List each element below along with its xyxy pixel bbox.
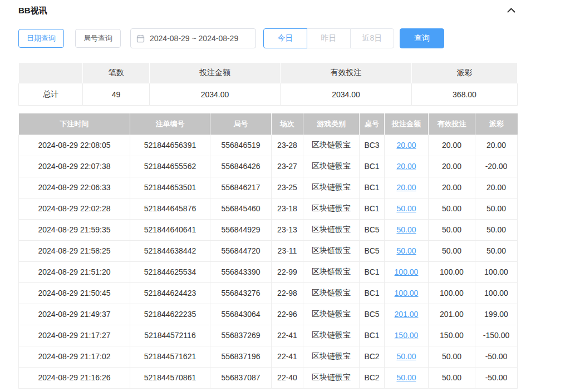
date-range-value: 2024-08-29 ~ 2024-08-29 [150,34,238,43]
bet-amount-link[interactable]: 50.00 [396,352,416,361]
cell-valid-bet: 50.00 [429,346,475,367]
cell-payout: 50.00 [475,198,518,219]
table-row: 2024-08-29 21:17:27521844572116556837269… [19,325,518,346]
bet-amount-link[interactable]: 20.00 [396,141,416,150]
bet-amount-link[interactable]: 20.00 [396,162,416,171]
cell-order-no: 521844656391 [130,135,210,156]
column-header-valid-bet: 有效投注 [429,113,475,135]
bet-amount-link[interactable]: 50.00 [396,204,416,213]
column-header-round-no: 局号 [210,113,272,135]
cell-valid-bet: 50.00 [429,198,475,219]
table-row: 2024-08-29 22:02:28521844645876556845460… [19,198,518,219]
cell-session: 23-27 [272,156,303,177]
column-header-bet-amount: 投注金额 [385,113,429,135]
cell-game-type: 区块链骰宝 [303,367,360,388]
bet-amount-link[interactable]: 20.00 [396,183,416,192]
bet-amount-link[interactable]: 50.00 [396,225,416,234]
cell-round-no: 556844720 [210,240,272,261]
cell-order-no: 521844645876 [130,198,210,219]
cell-valid-bet: 50.00 [429,367,475,388]
cell-bet-amount: 50.00 [385,198,429,219]
cell-game-type: 区块链骰宝 [303,219,360,240]
cell-table-no: BC1 [360,198,385,219]
bet-amount-link[interactable]: 150.00 [395,331,419,340]
search-button[interactable]: 查询 [400,28,444,48]
summary-column-header-blank [19,63,83,83]
cell-table-no: BC2 [360,346,385,367]
cell-valid-bet: 100.00 [429,282,475,304]
cell-game-type: 区块链骰宝 [303,240,360,261]
table-row: 2024-08-29 22:06:33521844653501556846217… [19,177,518,198]
cell-valid-bet: 20.00 [429,156,475,177]
cell-time: 2024-08-29 21:17:27 [19,325,130,346]
summary-count-value: 49 [83,83,150,106]
cell-round-no: 556846519 [210,135,272,156]
cell-game-type: 区块链骰宝 [303,282,360,304]
cell-time: 2024-08-29 21:16:26 [19,367,130,388]
summary-bet-amount-value: 2034.00 [150,83,281,106]
cell-game-type: 区块链骰宝 [303,261,360,282]
round-query-tab[interactable]: 局号查询 [75,29,121,48]
cell-round-no: 556837196 [210,346,272,367]
cell-order-no: 521844640641 [130,219,210,240]
cell-session: 23-13 [272,219,303,240]
summary-row-label: 总计 [19,83,83,106]
table-row: 2024-08-29 22:08:05521844656391556846519… [19,135,518,156]
bet-amount-link[interactable]: 201.00 [395,310,419,319]
bet-amount-link[interactable]: 50.00 [396,246,416,255]
cell-bet-amount: 100.00 [385,261,429,282]
cell-valid-bet: 50.00 [429,240,475,261]
cell-bet-amount: 20.00 [385,156,429,177]
bet-amount-link[interactable]: 50.00 [396,373,416,382]
cell-time: 2024-08-29 21:58:25 [19,240,130,261]
summary-total-row: 总计 49 2034.00 2034.00 368.00 [19,83,518,106]
cell-table-no: BC1 [360,177,385,198]
date-query-tab[interactable]: 日期查询 [18,29,64,48]
cell-valid-bet: 20.00 [429,177,475,198]
summary-column-header-count: 笔数 [83,63,150,83]
cell-payout: -150.00 [475,325,518,346]
cell-game-type: 区块链骰宝 [303,346,360,367]
bet-amount-link[interactable]: 100.00 [395,289,419,297]
page-title: BB视讯 [18,6,47,16]
collapse-button[interactable] [505,4,517,17]
bet-amount-link[interactable]: 100.00 [395,267,419,276]
cell-payout: 100.00 [475,261,518,282]
cell-session: 22-99 [272,261,303,282]
cell-payout: 100.00 [475,282,518,304]
bb-video-panel: BB视讯 日期查询 局号查询 2024-08-29 ~ 2024-08-29 今… [0,0,535,389]
cell-game-type: 区块链骰宝 [303,135,360,156]
table-row: 2024-08-29 21:58:25521844638442556844720… [19,240,518,261]
cell-bet-amount: 201.00 [385,304,429,325]
cell-valid-bet: 50.00 [429,219,475,240]
cell-round-no: 556843390 [210,261,272,282]
summary-column-header-valid-bet: 有效投注 [281,63,412,83]
cell-round-no: 556837087 [210,367,272,388]
cell-round-no: 556846217 [210,177,272,198]
date-range-picker[interactable]: 2024-08-29 ~ 2024-08-29 [130,28,256,48]
yesterday-button[interactable]: 昨日 [307,28,351,48]
cell-payout: 50.00 [475,219,518,240]
cell-game-type: 区块链骰宝 [303,198,360,219]
cell-payout: -50.00 [475,346,518,367]
table-row: 2024-08-29 21:50:45521844624423556843276… [19,282,518,304]
cell-order-no: 521844638442 [130,240,210,261]
cell-bet-amount: 20.00 [385,177,429,198]
cell-bet-amount: 20.00 [385,135,429,156]
last-8-days-button[interactable]: 近8日 [350,28,394,48]
cell-round-no: 556846426 [210,156,272,177]
cell-time: 2024-08-29 21:17:02 [19,346,130,367]
cell-bet-amount: 50.00 [385,367,429,388]
cell-payout: 50.00 [475,240,518,261]
table-row: 2024-08-29 21:51:20521844625534556843390… [19,261,518,282]
column-header-game-type: 游戏类别 [303,113,360,135]
table-row: 2024-08-29 21:17:02521844571621556837196… [19,346,518,367]
summary-column-header-bet-amount: 投注金额 [150,63,281,83]
bet-table-body: 2024-08-29 22:08:05521844656391556846519… [19,135,518,388]
cell-game-type: 区块链骰宝 [303,156,360,177]
cell-bet-amount: 50.00 [385,346,429,367]
cell-bet-amount: 50.00 [385,219,429,240]
cell-game-type: 区块链骰宝 [303,325,360,346]
cell-valid-bet: 201.00 [429,304,475,325]
today-button[interactable]: 今日 [263,28,307,48]
